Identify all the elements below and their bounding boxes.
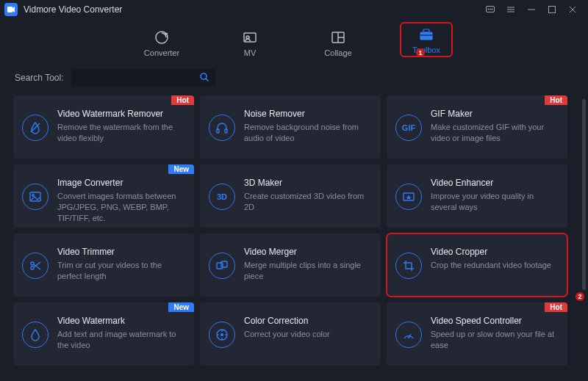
svg-rect-0 — [7, 7, 12, 12]
tool-title: Video Speed Controller — [431, 316, 557, 326]
scissors-icon — [22, 253, 49, 279]
merge-icon — [209, 253, 235, 279]
tool-video-enhancer[interactable]: Video Enhancer Improve your video qualit… — [387, 164, 567, 228]
drop-icon — [22, 322, 49, 348]
tool-desc: Speed up or slow down your file at ease — [431, 329, 557, 351]
svg-rect-19 — [423, 29, 429, 32]
tool-title: Video Enhancer — [431, 178, 557, 188]
search-icon — [199, 72, 209, 84]
tool-image-converter[interactable]: New Image Converter Convert images forma… — [13, 164, 194, 228]
tool-title: Video Trimmer — [57, 247, 184, 257]
main-tabs: Converter MV Collage Toolbox 1 — [0, 19, 588, 63]
tab-mv[interactable]: MV — [223, 29, 276, 57]
highlight-marker-2: 2 — [576, 292, 584, 301]
tab-toolbox[interactable]: Toolbox — [400, 22, 453, 57]
search-row: Search Tool: — [0, 63, 588, 94]
tool-video-merger[interactable]: Video Merger Merge multiple clips into a… — [200, 233, 381, 297]
svg-point-3 — [490, 9, 490, 10]
tool-desc: Correct your video color — [244, 329, 370, 340]
speed-icon — [395, 322, 422, 348]
tool-desc: Improve your video quality in several wa… — [431, 191, 557, 213]
hot-badge: Hot — [545, 302, 567, 312]
tool-desc: Remove background noise from audio of vi… — [244, 122, 370, 144]
palette-icon — [209, 322, 235, 348]
title-bar: Vidmore Video Converter — [0, 0, 588, 19]
svg-rect-9 — [549, 7, 556, 13]
tool-title: Video Cropper — [431, 247, 557, 257]
tool-desc: Remove the watermark from the video flex… — [57, 122, 184, 144]
app-title: Vidmore Video Converter — [24, 4, 122, 15]
image-icon — [22, 184, 49, 210]
tool-title: Noise Remover — [244, 109, 370, 119]
tab-label: Collage — [324, 48, 351, 57]
tool-noise-remover[interactable]: Noise Remover Remove background noise fr… — [200, 95, 381, 159]
tab-converter[interactable]: Converter — [135, 29, 188, 57]
tool-title: Image Converter — [57, 178, 184, 188]
svg-point-36 — [220, 333, 223, 336]
svg-point-27 — [32, 195, 35, 197]
svg-point-29 — [31, 262, 34, 265]
menu-icon[interactable] — [506, 4, 516, 15]
svg-rect-34 — [221, 261, 227, 267]
tool-title: 3D Maker — [244, 178, 370, 188]
svg-line-22 — [206, 79, 209, 81]
tool-video-trimmer[interactable]: Video Trimmer Trim or cut your videos to… — [13, 233, 194, 297]
tool-title: Video Watermark — [57, 316, 184, 326]
search-label: Search Tool: — [15, 73, 64, 83]
tool-desc: Convert images formats between JPG/JPEG,… — [57, 191, 184, 224]
tool-speed-controller[interactable]: Hot Video Speed Controller Speed up or s… — [387, 302, 567, 366]
tool-video-cropper[interactable]: Video Cropper Crop the redundant video f… — [387, 233, 567, 297]
tool-title: Video Merger — [244, 247, 370, 257]
gif-icon: GIF — [395, 115, 422, 141]
collage-icon — [330, 29, 346, 46]
toolbox-icon — [418, 26, 434, 43]
tool-desc: Make customized GIF with your video or i… — [431, 122, 557, 144]
maximize-icon[interactable] — [547, 4, 557, 15]
window-controls — [485, 4, 584, 15]
hot-badge: Hot — [545, 95, 567, 105]
tools-grid: Hot Video Watermark Remover Remove the w… — [13, 95, 575, 366]
tools-viewport: Hot Video Watermark Remover Remove the w… — [13, 95, 575, 375]
app-logo-icon — [4, 3, 18, 16]
tool-title: GIF Maker — [431, 109, 557, 119]
tab-label: MV — [244, 48, 257, 57]
crop-icon — [395, 253, 422, 279]
tool-gif-maker[interactable]: Hot GIF GIF Maker Make customized GIF wi… — [387, 95, 567, 159]
hot-badge: Hot — [171, 95, 194, 105]
tool-desc: Crop the redundant video footage — [431, 260, 557, 271]
svg-point-42 — [408, 337, 409, 338]
svg-rect-18 — [420, 32, 432, 40]
tool-title: Color Correction — [244, 316, 370, 326]
svg-point-30 — [31, 266, 34, 269]
svg-rect-33 — [217, 263, 223, 269]
tool-color-correction[interactable]: Color Correction Correct your video colo… — [200, 302, 381, 366]
highlight-marker-1: 1 — [416, 48, 425, 57]
minimize-icon[interactable] — [526, 4, 537, 15]
new-badge: New — [168, 164, 194, 174]
three-d-icon: 3D — [209, 184, 235, 210]
tool-watermark-remover[interactable]: Hot Video Watermark Remover Remove the w… — [13, 95, 194, 159]
tab-label: Converter — [144, 48, 179, 57]
tool-desc: Trim or cut your videos to the perfect l… — [57, 260, 184, 282]
tool-title: Video Watermark Remover — [57, 109, 184, 119]
scrollbar[interactable] — [582, 99, 586, 290]
sparkle-icon — [395, 184, 422, 210]
search-input[interactable] — [71, 69, 215, 87]
tool-3d-maker[interactable]: 3D 3D Maker Create customized 3D video f… — [200, 164, 381, 228]
tab-collage[interactable]: Collage — [312, 29, 365, 57]
svg-point-21 — [201, 73, 207, 79]
tool-video-watermark[interactable]: New Video Watermark Add text and image w… — [13, 302, 194, 366]
tool-desc: Add text and image watermark to the vide… — [57, 329, 184, 351]
svg-point-2 — [488, 9, 489, 10]
tool-desc: Create customized 3D video from 2D — [244, 191, 370, 213]
drop-slash-icon — [22, 115, 49, 141]
close-icon[interactable] — [567, 4, 578, 15]
tool-desc: Merge multiple clips into a single piece — [244, 260, 370, 282]
converter-icon — [154, 29, 170, 46]
mv-icon — [242, 29, 258, 46]
new-badge: New — [168, 302, 194, 312]
headphones-icon — [209, 115, 235, 141]
svg-point-4 — [492, 9, 492, 10]
feedback-icon[interactable] — [485, 4, 495, 15]
